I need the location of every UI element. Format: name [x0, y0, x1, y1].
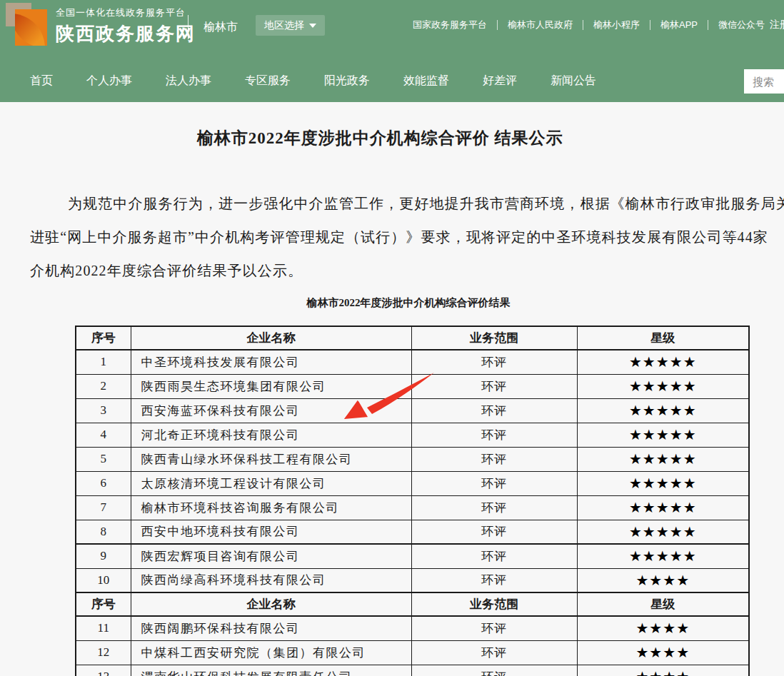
- cell-business-scope: 环评: [411, 520, 577, 544]
- cell-star-rating: ★★★★★: [577, 398, 749, 423]
- table-header-row: 序号企业名称业务范围星级: [76, 326, 749, 350]
- link-divider: [708, 20, 708, 30]
- table-row: 8西安中地环境科技有限公司环评★★★★★: [76, 520, 749, 544]
- cell-company-name: 陕西阔鹏环保科技有限公司: [131, 616, 411, 640]
- cell-business-scope: 环评: [411, 568, 577, 592]
- cell-seq: 1: [76, 350, 131, 374]
- site-header: 全国一体化在线政务服务平台 陕西政务服务网 榆林市 地区选择 国家政务服务平台榆…: [0, 0, 784, 102]
- cell-company-name: 中圣环境科技发展有限公司: [131, 350, 411, 374]
- cell-business-scope: 环评: [411, 447, 577, 471]
- column-header: 序号: [76, 592, 131, 616]
- chevron-down-icon: [309, 24, 316, 28]
- cell-seq: 12: [76, 640, 131, 665]
- cell-company-name: 陕西青山绿水环保科技工程有限公司: [131, 447, 411, 471]
- table-caption: 榆林市2022年度涉批中介机构综合评价结果: [30, 296, 784, 310]
- cell-star-rating: ★★★★: [577, 665, 749, 676]
- current-city-label: 榆林市: [203, 20, 238, 35]
- cell-star-rating: ★★★★: [577, 640, 749, 665]
- logo-orange-square: [15, 9, 47, 46]
- page-title: 榆林市2022年度涉批中介机构综合评价 结果公示: [30, 127, 730, 149]
- table-row: 11陕西阔鹏环保科技有限公司环评★★★★: [76, 616, 749, 640]
- cell-business-scope: 环评: [411, 665, 577, 676]
- cell-seq: 7: [76, 495, 131, 520]
- cell-star-rating: ★★★★★: [577, 374, 749, 398]
- cell-company-name: 陕西尚绿高科环境科技有限公司: [131, 568, 411, 592]
- column-header: 业务范围: [411, 592, 577, 616]
- site-logo-icon: [6, 3, 50, 46]
- cell-star-rating: ★★★★★: [577, 471, 749, 495]
- page: { "colors": { "header_green": "#679c77",…: [0, 0, 784, 676]
- brand-block: 全国一体化在线政务服务平台 陕西政务服务网: [56, 6, 196, 46]
- header-link-0[interactable]: 国家政务服务平台: [413, 19, 487, 31]
- intro-paragraph: 为规范中介服务行为，进一步强化中介监管工作，更好地提升我市营商环境，根据《榆林市…: [30, 187, 784, 288]
- content-area: 榆林市2022年度涉批中介机构综合评价 结果公示 为规范中介服务行为，进一步强化…: [0, 102, 784, 676]
- cell-seq: 3: [76, 398, 131, 423]
- table-row: 7榆林市环境科技咨询服务有限公司环评★★★★★: [76, 495, 749, 520]
- cell-star-rating: ★★★★★: [577, 544, 749, 568]
- table-row: 4河北奇正环境科技有限公司环评★★★★★: [76, 423, 749, 447]
- cell-star-rating: ★★★★★: [577, 350, 749, 374]
- table-row: 5陕西青山绿水环保科技工程有限公司环评★★★★★: [76, 447, 749, 471]
- platform-tagline: 全国一体化在线政务服务平台: [56, 6, 196, 19]
- table-row: 2陕西雨昊生态环境集团有限公司环评★★★★★: [76, 374, 749, 398]
- nav-item-2[interactable]: 法人办事: [166, 74, 211, 89]
- nav-item-7[interactable]: 新闻公告: [551, 74, 596, 89]
- nav-item-6[interactable]: 好差评: [483, 74, 517, 89]
- cell-seq: 10: [76, 568, 131, 592]
- cell-star-rating: ★★★★: [577, 616, 749, 640]
- cell-company-name: 陕西雨昊生态环境集团有限公司: [131, 374, 411, 398]
- cell-seq: 4: [76, 423, 131, 447]
- header-links: 国家政务服务平台榆林市人民政府榆林小程序榆林APP微信公众号: [413, 19, 765, 31]
- region-selector-button[interactable]: 地区选择: [256, 15, 325, 36]
- cell-business-scope: 环评: [411, 544, 577, 568]
- table-row: 1中圣环境科技发展有限公司环评★★★★★: [76, 350, 749, 374]
- cell-company-name: 西安中地环境科技有限公司: [131, 520, 411, 544]
- paragraph-line-2: 进驻“网上中介服务超市”中介机构考评管理规定（试行）》要求，现将评定的中圣环境科…: [30, 221, 784, 254]
- cell-company-name: 渭南华山环保科技发展有限责任公司: [131, 665, 411, 676]
- register-link[interactable]: 注册: [770, 19, 784, 31]
- cell-business-scope: 环评: [411, 374, 577, 398]
- table-row: 6太原核清环境工程设计有限公司环评★★★★★: [76, 471, 749, 495]
- column-header: 星级: [577, 592, 749, 616]
- header-top-row: 全国一体化在线政务服务平台 陕西政务服务网 榆林市 地区选择 国家政务服务平台榆…: [0, 0, 784, 60]
- nav-item-3[interactable]: 专区服务: [245, 74, 291, 89]
- region-selector-label: 地区选择: [264, 19, 304, 32]
- column-header: 业务范围: [411, 326, 577, 350]
- cell-business-scope: 环评: [411, 495, 577, 520]
- logo-leaf-shape: [15, 14, 45, 46]
- header-link-4[interactable]: 微信公众号: [718, 19, 765, 31]
- column-header: 星级: [577, 326, 749, 350]
- cell-company-name: 西安海蓝环保科技有限公司: [131, 398, 411, 423]
- table-row: 10陕西尚绿高科环境科技有限公司环评★★★★: [76, 568, 749, 592]
- header-link-2[interactable]: 榆林小程序: [593, 19, 640, 31]
- cell-seq: 6: [76, 471, 131, 495]
- cell-seq: 9: [76, 544, 131, 568]
- nav-item-0[interactable]: 首页: [30, 74, 53, 89]
- cell-business-scope: 环评: [411, 423, 577, 447]
- table-row: 12中煤科工西安研究院（集团）有限公司环评★★★★: [76, 640, 749, 665]
- cell-company-name: 中煤科工西安研究院（集团）有限公司: [131, 640, 411, 665]
- cell-star-rating: ★★★★★: [577, 423, 749, 447]
- cell-star-rating: ★★★★: [577, 568, 749, 592]
- header-link-1[interactable]: 榆林市人民政府: [508, 19, 573, 31]
- cell-seq: 8: [76, 520, 131, 544]
- cell-star-rating: ★★★★★: [577, 520, 749, 544]
- document: 榆林市2022年度涉批中介机构综合评价 结果公示 为规范中介服务行为，进一步强化…: [30, 102, 784, 676]
- table-header-row: 序号企业名称业务范围星级: [76, 592, 749, 616]
- cell-company-name: 河北奇正环境科技有限公司: [131, 423, 411, 447]
- table-row: 13渭南华山环保科技发展有限责任公司环评★★★★: [76, 665, 749, 676]
- cell-seq: 13: [76, 665, 131, 676]
- table-row: 9陕西宏辉项目咨询有限公司环评★★★★★: [76, 544, 749, 568]
- nav-item-4[interactable]: 阳光政务: [324, 74, 370, 89]
- cell-seq: 5: [76, 447, 131, 471]
- link-divider: [650, 20, 650, 30]
- cell-company-name: 太原核清环境工程设计有限公司: [131, 471, 411, 495]
- nav-item-5[interactable]: 效能监督: [403, 74, 449, 89]
- search-input[interactable]: [744, 69, 784, 94]
- main-nav: 首页个人办事法人办事专区服务阳光政务效能监督好差评新闻公告: [0, 60, 784, 102]
- cell-company-name: 陕西宏辉项目咨询有限公司: [131, 544, 411, 568]
- nav-item-1[interactable]: 个人办事: [86, 74, 132, 89]
- cell-business-scope: 环评: [411, 350, 577, 374]
- header-link-3[interactable]: 榆林APP: [660, 19, 698, 31]
- cell-star-rating: ★★★★★: [577, 447, 749, 471]
